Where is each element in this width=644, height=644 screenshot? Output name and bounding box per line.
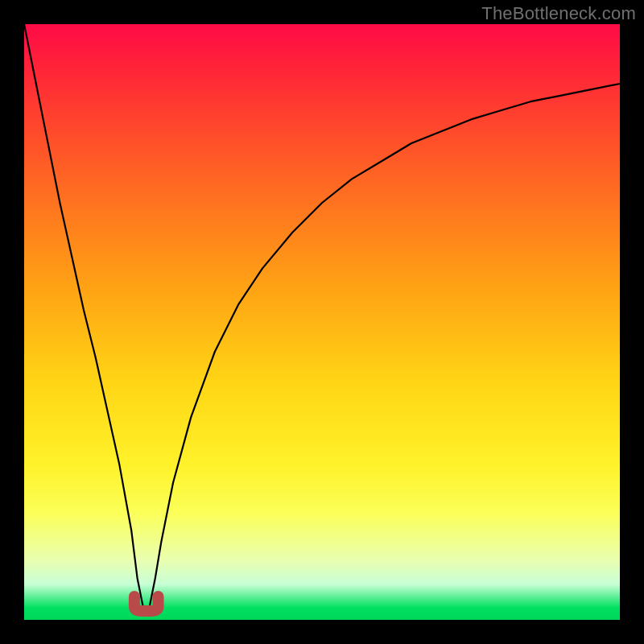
chart-frame: TheBottleneck.com [0,0,644,644]
bottleneck-curve [24,24,620,620]
watermark-text: TheBottleneck.com [481,3,636,24]
min-marker [134,597,159,611]
plot-area [24,24,620,620]
curve-path [24,24,620,608]
